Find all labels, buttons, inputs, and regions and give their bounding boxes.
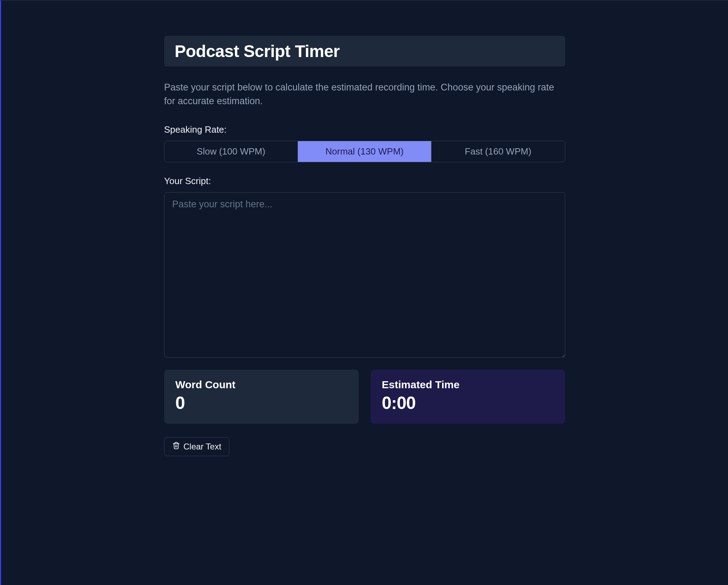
word-count-value: 0 — [175, 393, 347, 413]
script-label: Your Script: — [164, 176, 565, 187]
rate-normal-button[interactable]: Normal (130 WPM) — [298, 141, 431, 162]
rate-slow-button[interactable]: Slow (100 WPM) — [165, 141, 298, 162]
speaking-rate-group: Slow (100 WPM) Normal (130 WPM) Fast (16… — [164, 141, 565, 162]
description-text: Paste your script below to calculate the… — [164, 81, 565, 108]
clear-text-label: Clear Text — [184, 442, 222, 452]
page-title: Podcast Script Timer — [175, 42, 555, 61]
app-container: Podcast Script Timer Paste your script b… — [157, 1, 572, 470]
estimated-time-label: Estimated Time — [382, 379, 554, 391]
speaking-rate-label: Speaking Rate: — [164, 124, 565, 135]
clear-text-button[interactable]: Clear Text — [164, 437, 230, 456]
script-textarea[interactable] — [164, 192, 565, 358]
title-bar: Podcast Script Timer — [164, 36, 565, 67]
trash-icon — [172, 442, 180, 452]
word-count-card: Word Count 0 — [164, 370, 359, 424]
metrics-row: Word Count 0 Estimated Time 0:00 — [164, 370, 565, 424]
estimated-time-card: Estimated Time 0:00 — [371, 370, 565, 424]
rate-fast-button[interactable]: Fast (160 WPM) — [431, 141, 565, 162]
word-count-label: Word Count — [175, 379, 347, 391]
estimated-time-value: 0:00 — [382, 393, 554, 413]
